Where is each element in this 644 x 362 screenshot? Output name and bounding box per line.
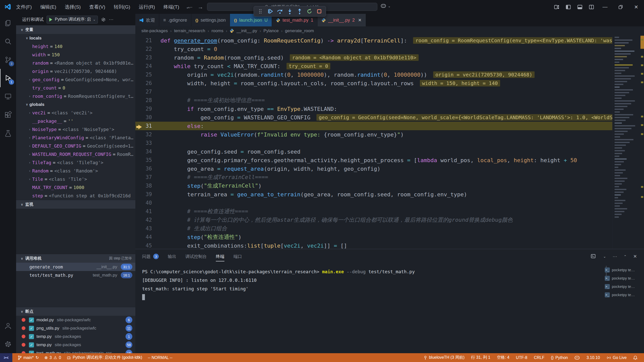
activity-run-debug-icon[interactable]: 1 xyxy=(0,69,16,87)
launch-config-select[interactable]: Python 调试程序: 启 ⌄ xyxy=(47,16,98,24)
gitlens-blame-item[interactable]: blueloveTH (3 周前) xyxy=(424,355,464,360)
variables-section-header[interactable]: ∨ 变量 xyxy=(16,25,135,34)
terminal-instance[interactable]: >_pocketpy te… xyxy=(605,282,642,291)
terminal-instance[interactable]: >_pocketpy te… xyxy=(605,291,642,299)
debug-step-out-icon[interactable] xyxy=(296,7,304,16)
notifications-bell-icon[interactable] xyxy=(633,355,637,360)
copilot-menu[interactable]: ⌄ xyxy=(380,3,391,9)
customize-layout-icon[interactable] xyxy=(551,0,562,14)
variable-row[interactable]: origin=vec2i(7205730, 9024468) xyxy=(16,67,135,75)
stack-frame[interactable]: generate_room__init__.py31:1 xyxy=(16,263,135,271)
breadcrumb[interactable]: site-packages›terrain_research›rooms›__i… xyxy=(135,26,644,35)
accounts-icon[interactable] xyxy=(0,316,16,335)
debug-stop-icon[interactable] xyxy=(315,7,323,16)
variable-row[interactable]: step=<function step at 0x1bf9cd216d xyxy=(16,192,135,200)
copilot-status-icon[interactable] xyxy=(574,355,580,360)
code-line-27[interactable]: 27 xyxy=(135,87,644,96)
language-mode-item[interactable]: {} Python xyxy=(551,355,568,360)
activity-explorer-icon[interactable] xyxy=(0,14,16,32)
variable-row[interactable]: MAX_TRY_COUNT=1000 xyxy=(16,183,135,192)
restore-button[interactable] xyxy=(613,0,628,14)
activity-search-icon[interactable] xyxy=(0,32,16,51)
panel-more-icon[interactable]: ··· xyxy=(613,254,617,259)
variable-row[interactable]: try_count=0 xyxy=(16,84,135,92)
panel-tab-端口[interactable]: 端口 xyxy=(233,249,242,264)
menu-item[interactable]: 选择(S) xyxy=(65,4,81,10)
minimap[interactable] xyxy=(612,35,644,249)
menu-item[interactable]: 运行(R) xyxy=(139,4,155,10)
cursor-position-item[interactable]: 行 31, 列 1 xyxy=(471,355,490,360)
code-line-44[interactable]: 44 step("检查连通性") xyxy=(135,233,644,241)
toggle-sidebar-icon[interactable] xyxy=(562,0,574,14)
variable-row[interactable]: width=150 xyxy=(16,51,135,59)
scope-globals[interactable]: ∨globals xyxy=(16,100,135,109)
stack-frame[interactable]: test/test_math.pytest_math.py16:1 xyxy=(16,271,135,279)
debug-continue-icon[interactable] xyxy=(266,7,274,16)
panel-maximize-icon[interactable]: ⌃ xyxy=(624,254,627,258)
code-line-33[interactable]: 33 xyxy=(135,139,644,147)
breadcrumb-item[interactable]: terrain_research xyxy=(174,28,205,33)
activity-remote-explorer-icon[interactable] xyxy=(0,87,16,106)
code-line-26[interactable]: 26 width, height = room_config.layout.n_… xyxy=(135,79,644,87)
code-line-35[interactable]: 35 geo_config.primary_forces.geothermal_… xyxy=(135,156,644,164)
eol-item[interactable]: CRLF xyxy=(534,355,544,360)
variable-row[interactable]: height=140 xyxy=(16,42,135,51)
panel-close-icon[interactable]: ✕ xyxy=(633,254,637,259)
watch-section-header[interactable]: ∨ 监视 xyxy=(16,200,135,209)
code-line-40[interactable]: 40 xyxy=(135,199,644,207)
remote-indicator[interactable]: >< xyxy=(0,353,12,362)
settings-gear-icon[interactable] xyxy=(0,335,16,353)
code-line-36[interactable]: 36 geo_area = request_area(origin, width… xyxy=(135,164,644,173)
debug-restart-icon[interactable] xyxy=(306,7,313,16)
breadcrumb-item[interactable]: Pylance xyxy=(263,28,278,33)
breakpoint-row[interactable]: ✓temp.pysite-packages1 xyxy=(16,332,135,341)
panel-tab-输出[interactable]: 输出 xyxy=(168,249,176,264)
git-branch-item[interactable]: main* ↻ xyxy=(18,355,39,360)
code-editor[interactable]: 21def generate_room(room_config: RoomReq… xyxy=(135,35,644,249)
tab-close-icon[interactable]: ✕ xyxy=(358,18,361,23)
code-line-45[interactable]: 45 exit_combinations:list[tuple[vec2i, v… xyxy=(135,241,644,249)
code-line-25[interactable]: 25 origin = vec2i(random.randint(0, 1000… xyxy=(135,70,644,79)
editor-tab---[interactable]: 欢迎 xyxy=(135,14,159,26)
menu-item[interactable]: 转到(G) xyxy=(114,4,130,10)
toolbar-drag-handle[interactable] xyxy=(256,7,264,16)
activity-extensions-icon[interactable] xyxy=(0,106,16,124)
panel-tab-问题[interactable]: 问题3 xyxy=(142,249,159,264)
variable-row[interactable]: random=<Random object at 0x1bf9d01e… xyxy=(16,59,135,67)
code-line-23[interactable]: 23 random = Random(room_config.seed)rand… xyxy=(135,53,644,62)
code-line-30[interactable]: 30 geo_config = WASTELAND_GEO_CONFIGgeo_… xyxy=(135,113,644,122)
variable-row[interactable]: ›geo_config=GeoConfig(seed=None, wor… xyxy=(16,75,135,84)
breadcrumb-item[interactable]: __init__.py xyxy=(236,28,257,33)
code-line-28[interactable]: 28 # ====生成初始地理信息==== xyxy=(135,96,644,105)
code-line-42[interactable]: 42 # 计算每一个出口的中心，然后使用astar生成路径，确保每一个出口组合都… xyxy=(135,216,644,224)
terminal-new-icon[interactable] xyxy=(591,254,596,259)
debug-step-into-icon[interactable] xyxy=(286,7,294,16)
breakpoint-checkbox[interactable]: ✓ xyxy=(29,342,34,347)
scope-locals[interactable]: ∨locals xyxy=(16,34,135,42)
terminal-instance[interactable]: >_pocketpy te… xyxy=(605,266,642,274)
python-version-item[interactable]: 3.10.10 xyxy=(586,355,600,360)
nav-back-icon[interactable]: ← xyxy=(186,4,191,10)
variable-row[interactable]: ›room_config=RoomRequestConfig(env_t… xyxy=(16,92,135,100)
debug-session-item[interactable]: Python 调试程序: 启动文件 (godot-ldtk) xyxy=(67,355,142,360)
debug-gear-icon[interactable] xyxy=(101,17,106,22)
breakpoint-row[interactable]: ✓model.pysite-packages\wfc6 xyxy=(16,316,135,324)
breakpoint-row[interactable]: ✓temp.pysite-packages58 xyxy=(16,341,135,349)
encoding-item[interactable]: UTF-8 xyxy=(516,355,527,360)
activity-testing-icon[interactable] xyxy=(0,124,16,142)
editor-tab--gdignore[interactable]: ≡.gdignore xyxy=(159,14,191,26)
variable-row[interactable]: ›WASTELAND_ROOM_REQUEST_CONFIG=RoomR… xyxy=(16,150,135,158)
code-line-24[interactable]: 24 while try_count < MAX_TRY_COUNT:try_c… xyxy=(135,62,644,70)
toggle-secondary-sidebar-icon[interactable] xyxy=(586,0,597,14)
terminal-output[interactable]: PS C:\computer_science\godot-ldtk\site-p… xyxy=(142,267,604,353)
menu-item[interactable]: 终端(T) xyxy=(164,4,179,10)
problems-item[interactable]: ⊗ 3 ⚠ 0 xyxy=(44,355,61,360)
breakpoint-checkbox[interactable]: ✓ xyxy=(29,318,34,323)
code-line-21[interactable]: 21def generate_room(room_config: RoomReq… xyxy=(135,36,644,45)
breakpoint-checkbox[interactable]: ✓ xyxy=(29,326,34,331)
code-line-39[interactable]: 39 terrain_area = geo_area_to_terrain(ge… xyxy=(135,190,644,199)
code-line-22[interactable]: 22 try_count = 0 xyxy=(135,45,644,53)
breakpoint-row[interactable]: ✓test_math.pysite-packages\terrain_res…1… xyxy=(16,349,135,353)
menu-item[interactable]: 文件(F) xyxy=(16,4,32,10)
menu-item[interactable]: 查看(V) xyxy=(89,4,105,10)
